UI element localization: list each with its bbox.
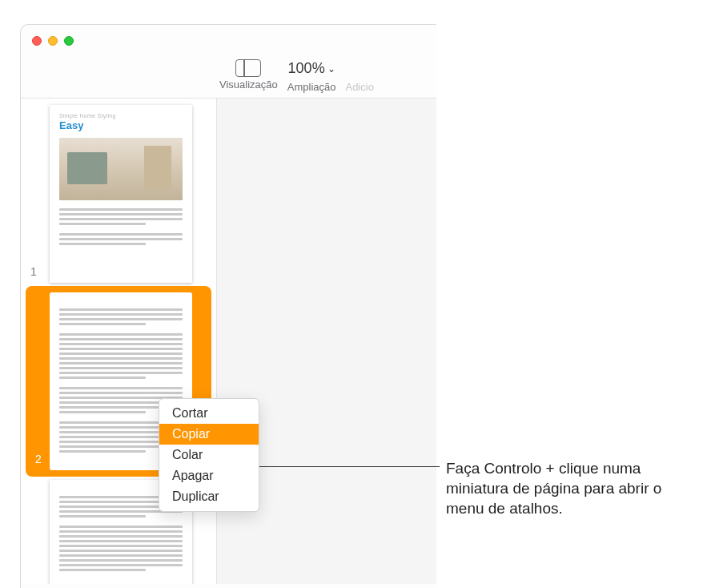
page-number: 1	[30, 265, 37, 278]
page-thumbnail-1[interactable]: 1 Simple Home Styling Easy	[32, 105, 205, 283]
menu-item-delete[interactable]: Apagar	[159, 465, 259, 486]
menu-item-copy[interactable]: Copiar	[159, 424, 259, 445]
page-number: 2	[35, 453, 42, 465]
zoom-value: 100%	[288, 60, 325, 77]
maximize-icon[interactable]	[64, 36, 74, 46]
menu-item-paste[interactable]: Colar	[159, 445, 259, 465]
context-menu: Cortar Copiar Colar Apagar Duplicar	[159, 398, 259, 512]
chevron-down-icon: ⌄	[327, 63, 335, 75]
toolbar-view-label: Visualização	[219, 79, 278, 91]
toolbar-zoom-control[interactable]: 100% ⌄ Ampliação	[284, 57, 339, 93]
toolbar-view-button[interactable]: Visualização	[216, 57, 281, 91]
toolbar: Visualização 100% ⌄ Ampliação Adicio	[210, 57, 436, 98]
toolbar-zoom-label: Ampliação	[287, 81, 336, 93]
thumbnail-preview: Simple Home Styling Easy	[50, 105, 192, 283]
thumb-title-grey: Simple Home Styling	[59, 113, 183, 119]
close-icon[interactable]	[32, 36, 42, 46]
toolbar-add-button[interactable]: Adicio	[342, 57, 376, 93]
page-number: 3	[30, 582, 37, 584]
thumb-title-blue: Easy	[59, 119, 183, 131]
callout-text: Faça Controlo + clique numa miniatura de…	[446, 458, 686, 518]
menu-item-cut[interactable]: Cortar	[159, 403, 259, 424]
minimize-icon[interactable]	[48, 36, 58, 46]
titlebar	[21, 25, 436, 57]
toolbar-add-label: Adicio	[345, 81, 373, 93]
callout-leader-line	[243, 466, 440, 467]
menu-item-duplicate[interactable]: Duplicar	[159, 486, 259, 507]
thumb-photo	[59, 138, 183, 200]
view-sidebar-icon	[235, 59, 261, 77]
